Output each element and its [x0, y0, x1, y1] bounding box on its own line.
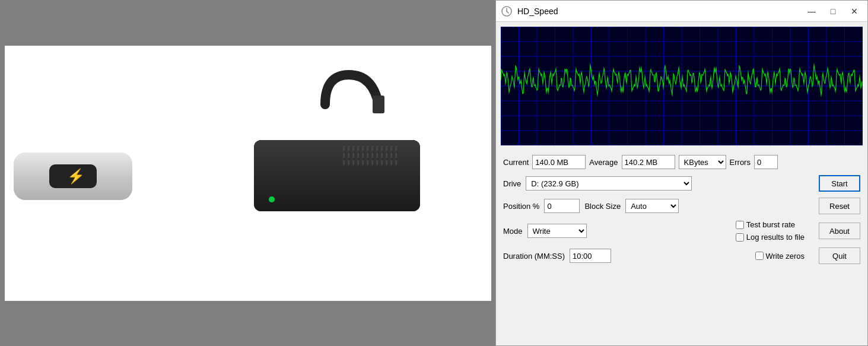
stats-row: Current Average KBytes MBytes Errors: [503, 155, 860, 169]
svg-rect-25: [371, 153, 373, 158]
mode-label: Mode: [503, 227, 523, 236]
about-button[interactable]: About: [819, 223, 860, 239]
mode-row: Mode Read Write Test burst rate Log resu…: [503, 220, 860, 242]
svg-rect-15: [381, 146, 383, 151]
chart-canvas: [501, 27, 863, 145]
duration-input[interactable]: [570, 249, 611, 263]
svg-line-46: [507, 11, 508, 13]
svg-rect-34: [357, 160, 359, 165]
svg-rect-7: [343, 146, 345, 151]
svg-rect-18: [395, 146, 397, 151]
svg-rect-16: [386, 146, 387, 151]
average-label: Average: [589, 158, 618, 167]
svg-rect-28: [386, 153, 387, 158]
block-size-label: Block Size: [584, 202, 621, 211]
checkboxes-column: Test burst rate Log results to file: [736, 220, 805, 242]
close-button[interactable]: ✕: [846, 4, 863, 18]
svg-rect-6: [254, 140, 420, 211]
test-burst-rate-checkbox-label[interactable]: Test burst rate: [736, 220, 805, 229]
position-row: Position % Block Size Auto 512 B 4 KB 64…: [503, 198, 860, 214]
svg-rect-38: [376, 160, 378, 165]
start-button[interactable]: Start: [819, 175, 860, 192]
svg-rect-31: [343, 160, 345, 165]
svg-rect-10: [357, 146, 359, 151]
write-zeros-checkbox[interactable]: [755, 252, 764, 260]
svg-rect-40: [386, 160, 387, 165]
svg-rect-30: [395, 153, 397, 158]
svg-rect-23: [362, 153, 364, 158]
svg-rect-39: [381, 160, 383, 165]
average-value[interactable]: [622, 155, 675, 169]
svg-rect-22: [357, 153, 359, 158]
log-results-label: Log results to file: [746, 233, 805, 242]
write-zeros-checkbox-label[interactable]: Write zeros: [755, 252, 805, 261]
current-label: Current: [503, 158, 529, 167]
test-burst-rate-label: Test burst rate: [746, 220, 795, 229]
usb-hub-image: [206, 69, 479, 259]
photo-area: ⚡: [0, 0, 495, 346]
svg-rect-42: [395, 160, 397, 165]
quit-button[interactable]: Quit: [819, 247, 860, 264]
errors-label: Errors: [730, 158, 751, 167]
window-title: HD_Speed: [517, 7, 803, 16]
svg-rect-35: [362, 160, 364, 165]
hd-speed-window: HD_Speed — □ ✕ Current Average KBytes MB…: [495, 0, 868, 346]
test-burst-rate-checkbox[interactable]: [736, 221, 744, 229]
speed-chart: [501, 27, 863, 145]
svg-rect-13: [371, 146, 373, 151]
svg-rect-12: [367, 146, 368, 151]
svg-rect-33: [352, 160, 354, 165]
reset-button[interactable]: Reset: [819, 198, 860, 214]
errors-value[interactable]: [754, 155, 778, 169]
duration-label: Duration (MM:SS): [503, 252, 565, 261]
log-results-checkbox-label[interactable]: Log results to file: [736, 233, 805, 242]
svg-point-43: [269, 196, 275, 202]
svg-rect-29: [390, 153, 392, 158]
svg-rect-9: [352, 146, 354, 151]
svg-rect-14: [376, 146, 378, 151]
block-size-select[interactable]: Auto 512 B 4 KB 64 KB 1 MB: [625, 199, 679, 213]
svg-rect-36: [367, 160, 368, 165]
thunderbolt-port-image: ⚡: [14, 135, 144, 212]
minimize-button[interactable]: —: [803, 4, 820, 18]
title-bar: HD_Speed — □ ✕: [496, 1, 867, 22]
product-photo: ⚡: [5, 46, 491, 301]
app-icon: [501, 5, 513, 17]
unit-select[interactable]: KBytes MBytes: [679, 155, 726, 169]
svg-rect-32: [348, 160, 349, 165]
maximize-button[interactable]: □: [825, 4, 841, 18]
current-value[interactable]: [532, 155, 586, 169]
controls-panel: Current Average KBytes MBytes Errors Dri…: [496, 150, 867, 345]
svg-rect-37: [371, 160, 373, 165]
svg-text:⚡: ⚡: [67, 167, 85, 185]
svg-rect-19: [343, 153, 345, 158]
svg-rect-24: [367, 153, 368, 158]
write-zeros-label: Write zeros: [766, 252, 805, 261]
svg-rect-8: [348, 146, 349, 151]
svg-rect-17: [390, 146, 392, 151]
svg-rect-11: [362, 146, 364, 151]
position-label: Position %: [503, 202, 539, 211]
svg-rect-20: [348, 153, 349, 158]
position-input[interactable]: [544, 199, 580, 213]
log-results-checkbox[interactable]: [736, 233, 744, 242]
svg-rect-4: [373, 96, 384, 113]
drive-label: Drive: [503, 179, 521, 188]
drive-row: Drive D: (232.9 GB) Start: [503, 175, 860, 192]
drive-select[interactable]: D: (232.9 GB): [526, 176, 692, 191]
svg-rect-26: [376, 153, 378, 158]
mode-select[interactable]: Read Write: [527, 224, 587, 238]
svg-rect-41: [390, 160, 392, 165]
duration-row: Duration (MM:SS) Write zeros Quit: [503, 247, 860, 264]
window-controls: — □ ✕: [803, 4, 863, 18]
svg-rect-27: [381, 153, 383, 158]
svg-rect-21: [352, 153, 354, 158]
